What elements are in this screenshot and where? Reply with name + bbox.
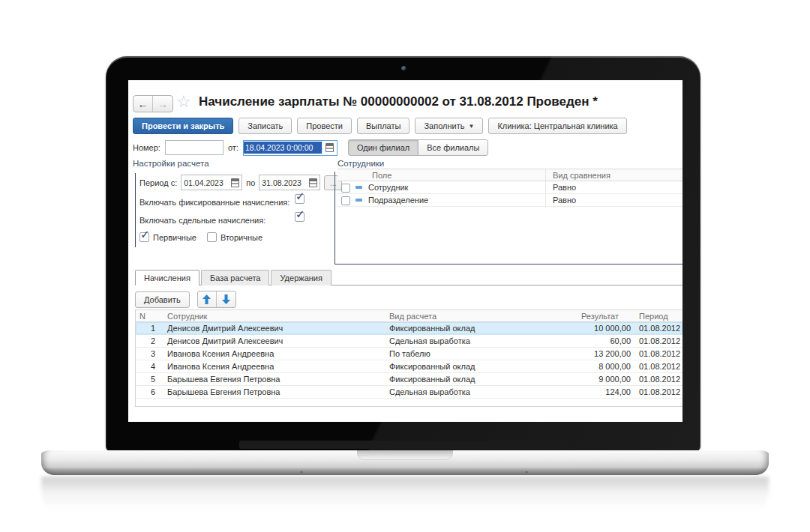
primary-label: Первичные	[153, 233, 196, 242]
laptop-foot	[300, 471, 303, 473]
tab-bar: Начисления База расчета Удержания	[135, 270, 682, 285]
settings-group-line	[135, 173, 136, 247]
one-branch-button[interactable]: Один филиал	[348, 139, 418, 156]
laptop-lid: ← → ☆ Начисление зарплаты № 00000000002 …	[106, 56, 700, 451]
payments-button[interactable]: Выплаты	[357, 118, 410, 134]
period-from-calendar-button[interactable]	[229, 175, 242, 190]
favorite-star-icon[interactable]: ☆	[176, 92, 191, 112]
laptop-mockup: ← → ☆ Начисление зарплаты № 00000000002 …	[0, 0, 810, 532]
check-icon: ✓	[140, 229, 150, 240]
employees-row[interactable]: Сотрудник Равно	[338, 181, 682, 194]
employees-table: Поле Вид сравнения Сотрудник Равно Подр	[338, 169, 682, 207]
row-checkbox[interactable]	[341, 196, 350, 205]
include-piecework-checkbox[interactable]: ✓	[295, 212, 304, 222]
employees-row[interactable]: Подразделение Равно	[338, 194, 682, 207]
column-header-employee: Сотрудник	[159, 310, 383, 321]
column-header-n: N	[136, 310, 159, 321]
cell-employee: Иванова Ксения Андреевна	[159, 348, 383, 360]
cell-calc-type: По табелю	[383, 348, 575, 360]
laptop-hinge	[239, 441, 567, 449]
field-dash-icon	[356, 186, 362, 189]
back-icon[interactable]: ←	[134, 96, 153, 112]
cell-result: 9 000,00	[575, 373, 634, 385]
accruals-table: N Сотрудник Вид расчета Результат Период…	[135, 309, 682, 407]
comparison-value: Равно	[545, 181, 682, 193]
tab-accruals[interactable]: Начисления	[135, 270, 200, 285]
cell-n: 2	[136, 335, 159, 347]
table-row-selected[interactable]: 1 Денисов Дмитрий Алексеевич Фиксированн…	[136, 322, 682, 335]
period-to-input[interactable]: 31.08.2023	[259, 175, 320, 190]
employees-table-header: Поле Вид сравнения	[338, 169, 682, 181]
table-row[interactable]: 3 Иванова Ксения Андреевна По табелю 13 …	[136, 348, 682, 360]
table-row[interactable]: 6 Барышева Евгения Петровна Сдельная выр…	[136, 386, 682, 399]
clinic-button[interactable]: Клиника: Центральная клиника	[488, 118, 626, 134]
cell-n: 4	[136, 360, 159, 372]
calendar-picker-button[interactable]	[322, 141, 337, 155]
column-header-comparison: Вид сравнения	[545, 169, 682, 181]
cell-n: 6	[136, 386, 159, 398]
primary-checkbox[interactable]: ✓	[140, 232, 149, 242]
save-button[interactable]: Записать	[238, 118, 292, 134]
include-fixed-checkbox[interactable]: ✓	[295, 194, 304, 204]
calendar-icon	[309, 178, 317, 187]
post-and-close-button[interactable]: Провести и закрыть	[133, 118, 233, 134]
table-row[interactable]: 4 Иванова Ксения Андреевна Фиксированный…	[136, 360, 682, 373]
command-bar: Провести и закрыть Записать Провести Вып…	[133, 118, 627, 134]
arrow-up-icon	[202, 294, 211, 304]
number-input[interactable]	[165, 140, 224, 155]
period-row: Период с: 01.04.2023 по 31.08.2023 ...	[140, 175, 342, 190]
forward-icon[interactable]: →	[153, 96, 172, 112]
period-to-label: по	[246, 178, 255, 187]
cell-n: 3	[136, 348, 159, 360]
move-down-button[interactable]	[217, 291, 236, 307]
period-to-value: 31.08.2023	[260, 177, 307, 189]
cell-period: 01.08.2012	[634, 373, 682, 385]
check-icon: ✓	[296, 190, 305, 202]
tab-calc-base[interactable]: База расчета	[201, 270, 270, 285]
employees-section-title: Сотрудники	[338, 159, 384, 168]
row-checkbox[interactable]	[341, 184, 350, 193]
arrow-down-icon	[222, 294, 230, 304]
cell-calc-type: Фиксированный оклад	[383, 322, 575, 334]
move-up-button[interactable]	[198, 291, 217, 307]
period-to-calendar-button[interactable]	[307, 175, 320, 190]
table-toolbar: Добавить	[135, 291, 236, 308]
include-piecework-row: Включать сдельные начисления:	[140, 212, 334, 228]
column-header-period: Период	[634, 310, 682, 321]
date-value-selected: 18.04.2023 0:00:00	[244, 142, 322, 154]
calendar-icon	[231, 178, 239, 187]
cell-period: 01.08.2012	[634, 360, 682, 372]
cell-result: 10 000,00	[575, 322, 634, 334]
comparison-value: Равно	[545, 194, 682, 206]
table-row[interactable]: 5 Барышева Евгения Петровна Фиксированны…	[136, 373, 682, 386]
primary-secondary-row: ✓ Первичные Вторичные	[140, 229, 262, 245]
cell-employee: Денисов Дмитрий Алексеевич	[159, 335, 383, 347]
branch-toggle: Один филиал Все филиалы	[348, 139, 489, 156]
chevron-down-icon: ▼	[468, 123, 474, 130]
fill-dropdown-button[interactable]: Заполнить ▼	[415, 118, 483, 134]
date-input[interactable]: 18.04.2023 0:00:00	[243, 140, 338, 156]
secondary-checkbox[interactable]	[207, 232, 217, 242]
include-piecework-label: Включать сдельные начисления:	[140, 216, 266, 225]
post-button[interactable]: Провести	[297, 118, 352, 134]
cell-n: 5	[136, 373, 159, 385]
fill-label: Заполнить	[424, 121, 464, 130]
include-fixed-label: Включать фиксированные начисления:	[140, 198, 290, 207]
laptop-base	[41, 450, 769, 475]
field-name: Подразделение	[368, 194, 428, 206]
employees-group-line	[334, 172, 335, 264]
cell-employee: Денисов Дмитрий Алексеевич	[159, 322, 383, 334]
period-from-input[interactable]: 01.04.2023	[181, 175, 242, 190]
check-icon: ✓	[296, 208, 305, 220]
cell-employee: Барышева Евгения Петровна	[159, 373, 383, 385]
tab-deductions[interactable]: Удержания	[271, 270, 331, 285]
table-row[interactable]: 2 Денисов Дмитрий Алексеевич Сдельная вы…	[136, 335, 682, 348]
calendar-icon	[326, 143, 334, 152]
cell-period: 01.08.2012	[634, 348, 682, 360]
add-button[interactable]: Добавить	[135, 291, 190, 308]
all-branches-button[interactable]: Все филиалы	[418, 139, 488, 156]
cell-period: 01.08.2012	[634, 322, 682, 334]
laptop-lid-notch	[357, 450, 453, 460]
cell-period: 01.08.2012	[634, 335, 682, 347]
webcam-icon	[401, 66, 406, 71]
